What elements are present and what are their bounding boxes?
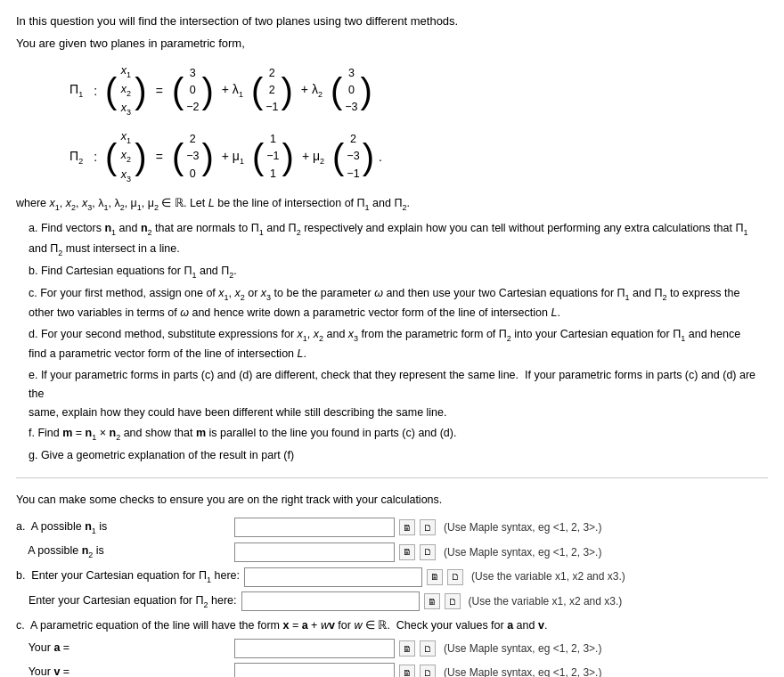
pi1-var-vec: ( x1 x2 x3 ): [104, 62, 148, 119]
check-c-a-icon1[interactable]: 🗎: [399, 640, 415, 657]
check-c-a-row: Your a = 🗎 🗋 (Use Maple syntax, eg <1, 2…: [16, 639, 768, 658]
check-c-v-input[interactable]: [234, 663, 395, 677]
colon1: :: [94, 84, 97, 98]
check-a-n1-icon2[interactable]: 🗋: [420, 519, 436, 535]
question-a-cont: and Π2 must intersect in a line.: [29, 240, 768, 260]
check-c-a-hint: (Use Maple syntax, eg <1, 2, 3>.): [444, 640, 601, 657]
pi1-label: Π1: [69, 82, 83, 99]
check-b-pi2-icon2[interactable]: 🗋: [445, 593, 461, 609]
check-a-n1-icon1[interactable]: 🗎: [399, 519, 415, 535]
check-b-pi1-row: b. Enter your Cartesian equation for Π1 …: [16, 567, 768, 587]
check-b-rows: b. Enter your Cartesian equation for Π1 …: [16, 567, 768, 612]
check-a-n2-row: A possible n2 is 🗎 🗋 (Use Maple syntax, …: [16, 542, 768, 562]
check-b-pi1-icon1[interactable]: 🗎: [427, 569, 443, 585]
check-b-pi1-input[interactable]: [244, 567, 422, 587]
check-c-v-row: Your v = 🗎 🗋 (Use Maple syntax, eg <1, 2…: [16, 663, 768, 677]
check-b-pi1-hint: (Use the variable x1, x2 and x3.): [471, 567, 625, 585]
check-a-n1-label: a. A possible n1 is: [16, 518, 230, 538]
check-a-n1-hint: (Use Maple syntax, eg <1, 2, 3>.): [444, 518, 601, 536]
section-divider: [16, 477, 768, 478]
check-c-a-input[interactable]: [234, 639, 395, 658]
check-c-v-icon2[interactable]: 🗋: [420, 665, 436, 677]
intro-line2: You are given two planes in parametric f…: [16, 35, 768, 53]
check-b-pi2-row: Enter your Cartesian equation for Π2 her…: [16, 591, 768, 612]
check-section: You can make some checks to ensure you a…: [16, 491, 768, 677]
questions-section: a. Find vectors n1 and n2 that are norma…: [29, 219, 768, 465]
pi1-const-vec: ( 3 0 −2 ): [171, 65, 215, 117]
question-e: e. If your parametric forms in parts (c)…: [29, 366, 768, 423]
check-c-rows: Your a = 🗎 🗋 (Use Maple syntax, eg <1, 2…: [16, 639, 768, 677]
check-b-pi2-icon1[interactable]: 🗎: [424, 593, 440, 609]
check-a-n2-icon1[interactable]: 🗎: [399, 544, 415, 560]
pi2-m1-vec: ( 1 −1 1 ): [251, 131, 295, 183]
check-c-a-icon2[interactable]: 🗋: [420, 640, 436, 657]
check-a-n2-icon2[interactable]: 🗋: [420, 544, 436, 560]
question-c: c. For your first method, assign one of …: [29, 284, 768, 323]
pi2-label: Π2: [69, 149, 83, 166]
check-b-pi2-label: Enter your Cartesian equation for Π2 her…: [16, 591, 237, 612]
pi1-l2-vec: ( 3 0 −3 ): [330, 65, 373, 117]
check-c-a-label: Your a =: [16, 639, 230, 657]
check-c-v-label: Your v =: [16, 663, 230, 677]
question-b: b. Find Cartesian equations for Π1 and Π…: [29, 262, 768, 282]
check-a-n2-label: A possible n2 is: [16, 542, 230, 562]
pi2-var-vec: ( x1 x2 x3 ): [104, 128, 148, 185]
check-b-pi2-hint: (Use the variable x1, x2 and x3.): [469, 592, 623, 610]
check-a-n1-input[interactable]: [234, 518, 395, 537]
check-c-v-icon1[interactable]: 🗎: [399, 665, 415, 677]
plane2-row: Π2 : ( x1 x2 x3 ) = ( 2 −3 0 ): [69, 128, 768, 185]
check-a-n2-hint: (Use Maple syntax, eg <1, 2, 3>.): [444, 543, 601, 561]
pi2-const-vec: ( 2 −3 0 ): [171, 131, 215, 183]
check-c-intro: c. A parametric equation of the line wil…: [16, 616, 768, 635]
pi1-l1-vec: ( 2 2 −1 ): [250, 65, 294, 117]
planes-display: Π1 : ( x1 x2 x3 ) = ( 3 0 −2: [69, 62, 768, 186]
check-b-pi1-icon2[interactable]: 🗋: [447, 569, 463, 585]
colon2: :: [94, 150, 97, 164]
check-a-n2-input[interactable]: [234, 542, 395, 562]
check-a-rows: a. A possible n1 is 🗎 🗋 (Use Maple synta…: [16, 518, 768, 563]
question-g: g. Give a geometric explanation of the r…: [29, 446, 768, 465]
where-line: where x1, x2, x3, λ1, λ2, μ1, μ2 ∈ ℝ. Le…: [16, 194, 768, 214]
check-b-pi1-label: b. Enter your Cartesian equation for Π1 …: [16, 567, 240, 587]
check-a-n1-row: a. A possible n1 is 🗎 🗋 (Use Maple synta…: [16, 518, 768, 538]
question-d: d. For your second method, substitute ex…: [29, 325, 768, 364]
intro-line1: In this question you will find the inter…: [16, 12, 768, 31]
pi2-m2-vec: ( 2 −3 −1 ): [331, 131, 375, 183]
question-a: a. Find vectors n1 and n2 that are norma…: [29, 219, 768, 260]
check-b-pi2-input[interactable]: [241, 591, 420, 611]
check-c-v-hint: (Use Maple syntax, eg <1, 2, 3>.): [444, 664, 601, 677]
question-f: f. Find m = n1 × n2 and show that m is p…: [29, 424, 768, 445]
check-intro: You can make some checks to ensure you a…: [16, 491, 768, 510]
plane1-row: Π1 : ( x1 x2 x3 ) = ( 3 0 −2: [69, 62, 768, 119]
